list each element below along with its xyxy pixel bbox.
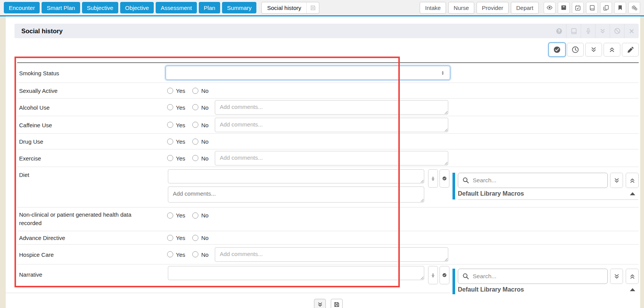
radio-no[interactable] [192,235,198,241]
radio-yes[interactable] [167,122,173,128]
panel-accent-bar [452,173,455,199]
field-label: Narrative [19,271,42,278]
radio-yes[interactable] [167,235,173,241]
radio-no[interactable] [192,251,198,258]
nav-button-smart-plan[interactable]: Smart Plan [42,2,80,13]
radio-label-yes: Yes [176,104,185,110]
caffeine-comments-input[interactable] [215,118,448,132]
expand-section-button[interactable] [595,24,610,38]
caffeine-use-radio-group: Yes No [167,122,209,128]
row-sexually-active: Sexually Active Yes No [17,83,639,99]
hospice-comments-input[interactable] [215,247,448,262]
bookmark-button[interactable] [614,2,626,14]
drug-use-radio-group: Yes No [167,138,209,145]
radio-no[interactable] [192,155,198,161]
radio-yes[interactable] [167,104,173,110]
macros-library-button[interactable] [566,24,581,38]
row-advance-directive: Advance Directive Yes No [17,231,639,245]
radio-label-yes: Yes [176,155,185,161]
nav-button-encounter[interactable]: Encounter [4,2,40,13]
radio-yes[interactable] [167,155,173,161]
tab-social-history[interactable]: Social history [261,2,319,14]
radio-yes[interactable] [167,138,173,144]
narrative-text-input[interactable] [168,266,424,280]
dictate-button[interactable] [581,24,595,38]
nav-button-assessment[interactable]: Assessment [156,2,197,13]
archive-icon [560,4,567,11]
macros-expand-button[interactable] [610,269,623,284]
exercise-comments-input[interactable] [215,151,448,165]
footer-save-button[interactable] [331,299,343,308]
radio-label-no: No [201,235,208,241]
narrative-macro-search-input[interactable] [458,269,608,284]
non-clinical-radio-group: Yes No [167,212,209,219]
history-button[interactable] [567,43,584,57]
narrative-confirm-button[interactable] [440,266,449,284]
calendar-check-icon [575,4,581,11]
calendar-button[interactable] [572,2,584,14]
radio-label-no: No [201,155,208,161]
nav-button-plan[interactable]: Plan [199,2,220,13]
diet-macro-search-input[interactable] [458,173,608,188]
provider-button[interactable]: Provider [477,2,509,14]
radio-no[interactable] [192,104,198,110]
nurse-button[interactable]: Nurse [448,2,474,14]
radio-label-no: No [201,138,208,145]
depart-button[interactable]: Depart [511,2,539,14]
disable-section-button[interactable] [610,24,624,38]
radio-label-yes: Yes [176,251,185,258]
diet-confirm-button[interactable] [440,169,449,188]
diet-comments-input[interactable] [168,186,424,203]
close-icon [629,28,634,34]
archive-button[interactable] [558,2,570,14]
radio-no[interactable] [192,88,198,94]
mic-icon [431,272,435,278]
narrative-dictate-button[interactable] [428,266,438,284]
radio-no[interactable] [192,138,198,144]
eye-button[interactable] [544,2,555,14]
macros-group-header[interactable]: Default Library Macros [458,286,638,293]
nav-button-subjective[interactable]: Subjective [82,2,118,13]
expand-all-button[interactable] [585,43,602,57]
radio-yes[interactable] [167,251,173,258]
save-icon[interactable] [307,5,319,11]
radio-label-no: No [201,122,208,128]
radio-yes[interactable] [167,88,173,94]
library-button[interactable] [586,2,598,14]
help-button[interactable] [552,24,566,38]
row-hospice-care: Hospice Care Yes No [17,245,639,264]
radio-no[interactable] [192,122,198,128]
macros-expand-button[interactable] [610,173,623,188]
alcohol-comments-input[interactable] [215,100,448,115]
collapse-all-button[interactable] [604,43,620,57]
diet-dictate-button[interactable] [428,169,438,188]
radio-no[interactable] [192,212,198,219]
diet-macros-panel: Default Library Macros [452,173,639,200]
diet-text-input[interactable] [168,169,424,183]
row-smoking-status: Smoking Status [17,63,639,83]
double-chevron-down-icon [613,273,620,280]
macros-collapse-button[interactable] [626,173,639,188]
copy-button[interactable] [600,2,612,14]
edit-button[interactable] [622,43,639,57]
field-label: Diet [19,172,29,178]
footer-expand-button[interactable] [314,299,326,308]
top-toolbar: Encounter Smart Plan Subjective Objectiv… [0,0,644,16]
row-alcohol-use: Alcohol Use Yes No [17,99,639,116]
mark-reviewed-button[interactable] [549,43,565,57]
macros-collapse-button[interactable] [626,269,639,284]
settings-button[interactable] [628,2,640,14]
book-icon [570,28,577,35]
field-label: Caffeine Use [19,122,52,128]
nav-button-objective[interactable]: Objective [120,2,154,13]
exercise-radio-group: Yes No [167,155,209,161]
row-drug-use: Drug Use Yes No [17,134,639,149]
search-icon [462,177,469,184]
intake-button[interactable]: Intake [420,2,446,14]
close-section-button[interactable] [624,24,639,38]
macros-group-header[interactable]: Default Library Macros [458,190,638,197]
radio-yes[interactable] [167,212,173,219]
radio-label-yes: Yes [176,138,185,145]
nav-button-summary[interactable]: Summary [222,2,256,13]
smoking-status-select[interactable] [166,66,450,80]
